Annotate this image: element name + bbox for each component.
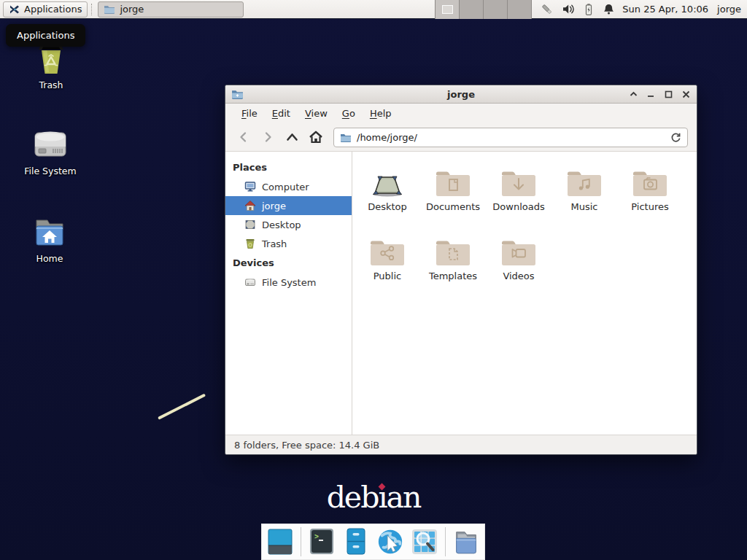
maximize-button[interactable] [663,89,673,99]
taskbar-item-jorge[interactable]: jorge [98,1,244,18]
web-browser-button[interactable] [376,527,404,556]
sidebar-item-label: Trash [262,238,287,249]
workspace-3[interactable] [484,0,508,19]
folder-item-pictures[interactable]: Pictures [617,160,683,230]
pictures-folder-icon [630,160,670,198]
home-folder-icon [30,214,69,249]
menu-edit[interactable]: Edit [265,108,298,119]
public-folder-icon [368,230,407,268]
desktop: { "panel": { "applications": { "label": … [0,0,747,560]
folder-item-public[interactable]: Public [355,230,420,299]
panel-handle [91,4,96,15]
debian-logo-text-left: deb [327,480,379,515]
desktop-icon-file-system[interactable]: File System [18,127,82,176]
videos-folder-icon [499,230,538,268]
menu-go[interactable]: Go [335,108,363,119]
drive-icon [244,276,256,288]
folder-label: Videos [503,271,534,281]
application-finder-button[interactable] [411,527,438,556]
window-content: Places Computer [225,152,697,435]
folder-item-downloads[interactable]: Downloads [486,160,551,230]
debian-logo: debıan [0,481,747,514]
devices-heading: Devices [225,253,352,273]
window-controls [628,89,691,99]
stray-stroke-artifact [158,394,206,420]
folder-label: Music [571,201,598,212]
workspace-1[interactable] [436,0,460,19]
menu-help[interactable]: Help [363,108,399,119]
file-manager-window: jorge File Edit View Go Help [225,85,697,455]
trash-small-icon [244,238,256,249]
desktop-icon-label: Trash [39,79,63,90]
folder-label: Desktop [368,201,407,212]
folder-item-videos[interactable]: Videos [486,230,551,299]
battery-icon[interactable] [583,3,595,16]
downloads-folder-icon [499,160,538,198]
menubar: File Edit View Go Help [225,104,697,123]
workspace-4[interactable] [508,0,532,19]
desktop-icon-home[interactable]: Home [18,214,82,264]
sidebar-item-computer[interactable]: Computer [225,177,352,196]
applications-menu-icon [9,4,20,15]
folder-item-desktop[interactable]: Desktop [355,160,420,230]
dock-divider [301,527,301,556]
terminal-button[interactable]: > [308,527,336,556]
home-button[interactable] [306,128,325,147]
top-panel: Applications jorge [0,0,747,19]
path-folder-icon [340,133,352,142]
panel-clock[interactable]: Sun 25 Apr, 10:06 [622,4,708,15]
show-desktop-button[interactable] [266,527,294,556]
minimize-button[interactable] [646,89,656,99]
folder-label: Pictures [631,201,668,212]
workspace-window-preview [442,5,453,14]
applications-tooltip: Applications [6,24,85,47]
computer-icon [244,181,256,192]
dock-divider [445,527,446,556]
notifications-icon[interactable] [603,3,615,16]
toolbar: /home/jorge/ [225,123,697,152]
menu-file[interactable]: File [234,108,265,119]
file-manager-button[interactable] [342,527,370,556]
documents-folder-icon [433,160,473,198]
statusbar: 8 folders, Free space: 14.4 GiB [225,435,697,454]
window-folder-icon [231,89,244,99]
folder-label: Documents [426,201,480,212]
applications-menu-button[interactable]: Applications [3,1,88,18]
panel-username[interactable]: jorge [717,4,741,15]
sidebar-item-trash[interactable]: Trash [225,234,352,253]
back-button[interactable] [234,128,253,147]
removable-tool-icon[interactable] [541,3,554,16]
debian-logo-text-right: an [387,480,421,515]
sidebar-item-label: Computer [262,182,309,192]
sidebar-item-jorge[interactable]: jorge [225,196,352,215]
system-tray [541,3,615,16]
sidebar-item-label: Desktop [262,219,301,230]
sidebar-item-file-system[interactable]: File System [225,273,352,292]
close-button[interactable] [681,89,691,99]
sidebar-item-label: jorge [262,201,286,211]
sidebar-item-label: File System [262,277,316,288]
workspace-switcher[interactable] [435,0,532,19]
folder-item-documents[interactable]: Documents [420,160,486,230]
shade-button[interactable] [628,89,638,99]
sidebar-item-desktop[interactable]: Desktop [225,215,352,234]
desktop-icon-label: File System [24,166,77,176]
desktop-icon-trash[interactable]: Trash [19,41,83,90]
folder-shortcut-button[interactable] [452,527,480,556]
desktop-icon [244,219,256,230]
places-heading: Places [225,158,352,177]
volume-icon[interactable] [562,3,575,15]
folder-label: Public [374,271,401,281]
reload-icon[interactable] [670,132,681,143]
location-bar[interactable]: /home/jorge/ [333,128,688,147]
forward-button[interactable] [258,128,277,147]
folder-item-templates[interactable]: Templates [420,230,486,299]
folder-item-music[interactable]: Music [551,160,617,230]
path-input[interactable]: /home/jorge/ [357,132,665,143]
up-button[interactable] [282,128,301,147]
menu-view[interactable]: View [298,108,335,119]
applications-menu-label: Applications [24,4,82,15]
templates-folder-icon [433,230,473,268]
window-titlebar[interactable]: jorge [225,85,697,104]
workspace-2[interactable] [460,0,484,19]
